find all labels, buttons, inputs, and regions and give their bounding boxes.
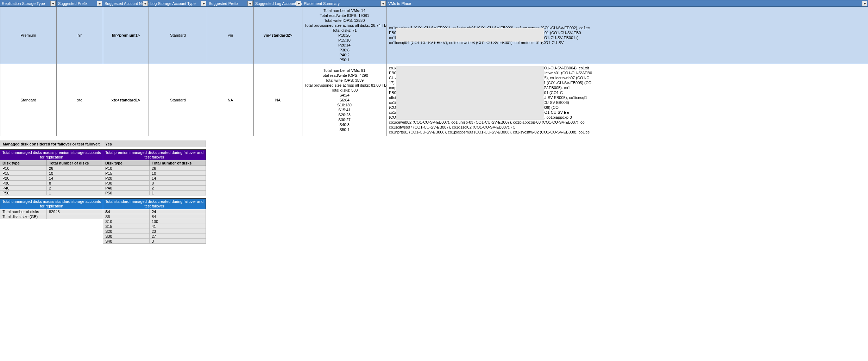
std-right-val[interactable]: 84 bbox=[150, 214, 206, 219]
table-row[interactable]: P2014P2014 bbox=[0, 176, 206, 181]
std-right-val[interactable]: 27 bbox=[150, 234, 206, 239]
header-label: Log Storage Account Type bbox=[150, 1, 196, 6]
disk-count-cell[interactable]: 1 bbox=[47, 191, 103, 195]
disk-type-cell[interactable]: P50 bbox=[103, 191, 150, 195]
std-right-val[interactable]: 41 bbox=[150, 224, 206, 229]
disk-count-cell[interactable]: 14 bbox=[150, 176, 206, 181]
table-row[interactable]: S403 bbox=[0, 239, 206, 244]
disk-type-cell[interactable]: P15 bbox=[103, 171, 150, 176]
cell-repl-type[interactable]: Standard bbox=[0, 64, 57, 136]
disk-type-cell[interactable]: P10 bbox=[103, 166, 150, 171]
premium-subheader: Disk type Total number of disks Disk typ… bbox=[0, 160, 206, 166]
disk-type-cell[interactable]: P40 bbox=[0, 186, 47, 191]
std-right-val[interactable]: 3 bbox=[150, 239, 206, 244]
disk-count-cell[interactable]: 8 bbox=[150, 181, 206, 186]
cell-account[interactable]: xtc<standard1> bbox=[103, 64, 149, 136]
std-right-key[interactable]: S15 bbox=[103, 224, 150, 229]
cell-log-type[interactable]: Standard bbox=[149, 7, 207, 64]
table-row[interactable]: P1026P1026 bbox=[0, 166, 206, 171]
col-suggested-prefix[interactable]: Suggested Prefix bbox=[57, 0, 103, 7]
disk-type-cell[interactable]: P20 bbox=[103, 176, 150, 181]
sub-total: Total number of disks bbox=[47, 160, 103, 166]
header-label: Placement Summary bbox=[304, 1, 340, 6]
std-right-key[interactable]: S6 bbox=[103, 214, 150, 219]
col-log-storage-account-type[interactable]: Log Storage Account Type bbox=[149, 0, 207, 7]
redaction-mask bbox=[396, 66, 544, 120]
header-label: VMs to Place bbox=[388, 1, 411, 6]
std-right-key[interactable]: S40 bbox=[103, 239, 150, 244]
disk-type-cell[interactable]: P10 bbox=[0, 166, 47, 171]
cell-repl-type[interactable]: Premium bbox=[0, 7, 57, 64]
table-row[interactable]: P402P402 bbox=[0, 186, 206, 191]
cell-summary[interactable]: Total number of VMs: 91 Total read/write… bbox=[302, 64, 387, 136]
header-label: Replication Storage Type bbox=[2, 1, 45, 6]
header-label: Suggested Log Account Name bbox=[255, 1, 302, 6]
table-row[interactable]: Total disks size (GB)S684 bbox=[0, 214, 206, 219]
disk-count-cell[interactable]: 8 bbox=[47, 181, 103, 186]
filter-dropdown-icon[interactable] bbox=[380, 1, 386, 6]
col-suggested-account-name[interactable]: Suggested Account Name bbox=[103, 0, 149, 7]
std-right-key[interactable]: S30 bbox=[103, 234, 150, 239]
col-vms-to-place[interactable]: VMs to Place bbox=[387, 0, 868, 7]
disk-type-cell[interactable]: P20 bbox=[0, 176, 47, 181]
cell-log-type[interactable]: Standard bbox=[149, 64, 207, 136]
disk-count-cell[interactable]: 10 bbox=[150, 171, 206, 176]
table-row[interactable]: Total number of disks82943S424 bbox=[0, 209, 206, 214]
managed-disk-label: Managed disk considered for failover or … bbox=[0, 141, 103, 147]
disk-type-cell[interactable]: P30 bbox=[0, 181, 47, 186]
disk-type-cell[interactable]: P30 bbox=[103, 181, 150, 186]
table-row[interactable]: S1541 bbox=[0, 224, 206, 229]
disk-type-cell[interactable]: P40 bbox=[103, 186, 150, 191]
cell-prefix[interactable]: hlr bbox=[57, 7, 103, 64]
cell-log-account[interactable]: NA bbox=[254, 64, 302, 136]
cell-prefix[interactable]: xtc bbox=[57, 64, 103, 136]
filter-dropdown-icon[interactable] bbox=[862, 1, 867, 6]
filter-dropdown-icon[interactable] bbox=[143, 1, 148, 6]
col-log-suggested-prefix[interactable]: Suggested Prefix bbox=[207, 0, 254, 7]
cell-account[interactable]: hlr<premium1> bbox=[103, 7, 149, 64]
spreadsheet: Replication Storage Type Suggested Prefi… bbox=[0, 0, 868, 244]
filter-dropdown-icon[interactable] bbox=[97, 1, 102, 6]
std-right-val[interactable]: 23 bbox=[150, 229, 206, 234]
table-row[interactable]: P501P501 bbox=[0, 191, 206, 195]
table-header-row: Replication Storage Type Suggested Prefi… bbox=[0, 0, 868, 7]
redaction-mask bbox=[396, 28, 544, 42]
table-row[interactable]: S2023 bbox=[0, 229, 206, 234]
header-label: Suggested Account Name bbox=[105, 1, 149, 6]
disk-count-cell[interactable]: 2 bbox=[150, 186, 206, 191]
cell-log-prefix[interactable]: NA bbox=[207, 64, 254, 136]
disk-count-cell[interactable]: 26 bbox=[47, 166, 103, 171]
premium-left-title: Total unmanaged disks across premium sto… bbox=[0, 150, 103, 160]
std-right-key[interactable]: S10 bbox=[103, 219, 150, 224]
table-row[interactable]: P1510P1510 bbox=[0, 171, 206, 176]
std-left-key[interactable]: Total disks size (GB) bbox=[0, 214, 47, 219]
filter-dropdown-icon[interactable] bbox=[50, 1, 56, 6]
disk-type-cell[interactable]: P15 bbox=[0, 171, 47, 176]
col-placement-summary[interactable]: Placement Summary bbox=[302, 0, 387, 7]
col-replication-storage-type[interactable]: Replication Storage Type bbox=[0, 0, 57, 7]
col-suggested-log-account-name[interactable]: Suggested Log Account Name bbox=[254, 0, 302, 7]
std-right-val[interactable]: 130 bbox=[150, 219, 206, 224]
filter-dropdown-icon[interactable] bbox=[201, 1, 206, 6]
std-right-key[interactable]: S20 bbox=[103, 229, 150, 234]
table-row[interactable]: P308P308 bbox=[0, 181, 206, 186]
disk-count-cell[interactable]: 10 bbox=[47, 171, 103, 176]
std-right-val[interactable]: 24 bbox=[150, 209, 206, 214]
filter-dropdown-icon[interactable] bbox=[247, 1, 253, 6]
cell-summary[interactable]: Total number of VMs: 14 Total read/write… bbox=[302, 7, 387, 64]
disk-count-cell[interactable]: 2 bbox=[47, 186, 103, 191]
std-left-key[interactable]: Total number of disks bbox=[0, 209, 47, 214]
table-row[interactable]: S3027 bbox=[0, 234, 206, 239]
cell-log-prefix[interactable]: yni bbox=[207, 7, 254, 64]
disk-type-cell[interactable]: P50 bbox=[0, 191, 47, 195]
standard-disks-table: Total unmanaged disks across standard st… bbox=[0, 198, 206, 244]
std-left-val[interactable]: 82943 bbox=[47, 209, 103, 214]
std-left-val[interactable] bbox=[47, 214, 103, 219]
disk-count-cell[interactable]: 1 bbox=[150, 191, 206, 195]
std-right-key[interactable]: S4 bbox=[103, 209, 150, 214]
filter-dropdown-icon[interactable] bbox=[296, 1, 301, 6]
disk-count-cell[interactable]: 14 bbox=[47, 176, 103, 181]
disk-count-cell[interactable]: 26 bbox=[150, 166, 206, 171]
cell-log-account[interactable]: yni<standard2> bbox=[254, 7, 302, 64]
table-row[interactable]: S10130 bbox=[0, 219, 206, 224]
